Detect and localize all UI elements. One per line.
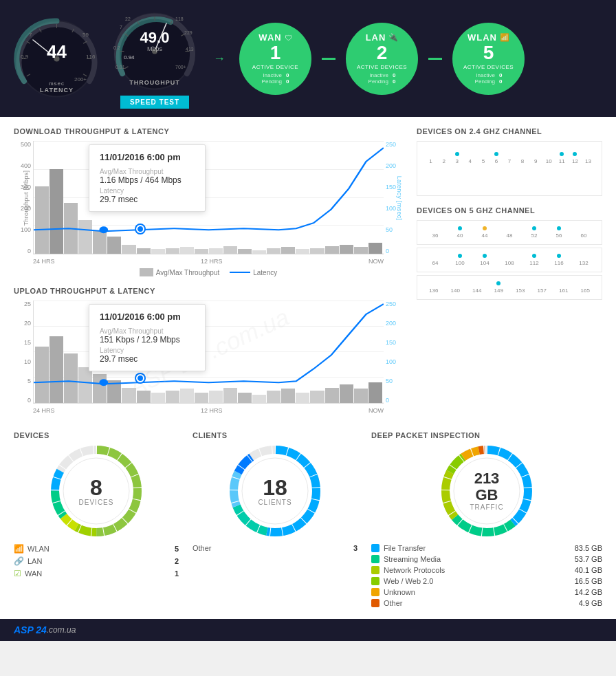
lan-circle: LAN 🔌 2 ACTIVE DEVICES Inactive Pending … bbox=[346, 23, 418, 95]
svg-text:0.01: 0.01 bbox=[116, 65, 125, 69]
wan-inactive-label: Inactive bbox=[262, 72, 282, 78]
speed-test-button[interactable]: SPEED TEST bbox=[120, 96, 189, 109]
svg-text:7: 7 bbox=[29, 32, 32, 38]
devices-label: DEVICES bbox=[79, 499, 114, 506]
download-chart-area: 11/01/2016 6:00 pm Avg/Max Throughput 1.… bbox=[33, 141, 384, 254]
main-content: DOWNLOAD THROUGHPUT & LATENCY 500 400 30… bbox=[0, 117, 616, 619]
download-y-right: 250 200 150 100 50 0 bbox=[384, 141, 403, 254]
wan-circle: WAN 🛡 1 ACTIVE DEVICE Inactive Pending 0… bbox=[239, 23, 311, 95]
lan-stat-name: LAN bbox=[28, 557, 42, 565]
wlan-pending-val: 0 bbox=[499, 78, 502, 85]
download-chart-section: DOWNLOAD THROUGHPUT & LATENCY 500 400 30… bbox=[14, 127, 403, 276]
dpi-label-4: Unknown bbox=[384, 588, 415, 596]
upload-chart-area: ASP 24 .com.ua 11/01/2016 6:00 pm Avg/Ma… bbox=[33, 301, 384, 404]
upload-tooltip-latency-val: 29.7 msec bbox=[100, 354, 195, 364]
wlan-number: 5 bbox=[483, 43, 494, 64]
upload-tooltip-throughput-label: Avg/Max Throughput bbox=[100, 327, 195, 335]
svg-text:22: 22 bbox=[125, 17, 131, 21]
download-chart-wrapper: 500 400 300 200 100 0 bbox=[14, 141, 403, 254]
dpi-item-0: File Transfer 83.5 GB bbox=[371, 543, 602, 554]
wlan-stat-name: WLAN bbox=[28, 545, 50, 553]
clients-count: 18 bbox=[258, 477, 292, 499]
lan-pending-val: 0 bbox=[393, 78, 395, 85]
svg-text:59: 59 bbox=[82, 32, 89, 38]
lan-label: LAN bbox=[366, 32, 386, 43]
channel-5-row2: 64 100 104 108 112 bbox=[417, 248, 602, 272]
download-tooltip-date: 11/01/2016 6:00 pm bbox=[100, 152, 195, 162]
upload-chart-title: UPLOAD THROUGHPUT & LATENCY bbox=[14, 287, 403, 295]
svg-text:0.94: 0.94 bbox=[124, 54, 135, 61]
dpi-traffic-label: TRAFFIC bbox=[463, 504, 511, 512]
dpi-item-2: Network Protocols 40.1 GB bbox=[371, 565, 602, 576]
channels-column: DEVICES ON 2.4 GHZ CHANNEL 1 2 bbox=[417, 127, 602, 414]
clients-title: CLIENTS bbox=[192, 431, 358, 439]
dpi-value-1: 53.7 GB bbox=[575, 555, 602, 563]
svg-text:116: 116 bbox=[86, 54, 96, 60]
dpi-item-3: Web / Web 2.0 16.5 GB bbox=[371, 576, 602, 587]
channel-5-row1: 36 40 44 48 52 bbox=[417, 220, 602, 245]
dpi-item-1: Streaming Media 53.7 GB bbox=[371, 554, 602, 565]
lan-inactive-val: 0 bbox=[393, 72, 395, 78]
wan-number: 1 bbox=[270, 43, 281, 64]
dpi-title: DEEP PACKET INSPECTION bbox=[371, 431, 602, 439]
footer: ASP 24 .com.ua bbox=[0, 619, 616, 641]
upload-chart-wrapper: 25 20 15 10 5 0 bbox=[14, 301, 403, 404]
dpi-section: DEEP PACKET INSPECTION bbox=[371, 431, 602, 609]
wlan-inactive-label: Inactive bbox=[475, 72, 495, 78]
header: 0.9 7 59 116 200+ 44 msec LATENCY bbox=[0, 0, 616, 117]
svg-text:118: 118 bbox=[175, 17, 184, 21]
wlan-stat-val: 5 bbox=[175, 545, 179, 553]
dpi-item-5: Other 4.9 GB bbox=[371, 598, 602, 609]
upload-chart-section: UPLOAD THROUGHPUT & LATENCY 25 20 15 10 … bbox=[14, 287, 403, 414]
dpi-label-5: Other bbox=[384, 599, 403, 607]
wlan-pending-label: Pending bbox=[475, 78, 495, 85]
lan-pending-label: Pending bbox=[368, 78, 388, 85]
upload-x-labels: 24 HRS 12 HRS NOW bbox=[33, 407, 384, 414]
channel-24-section: DEVICES ON 2.4 GHZ CHANNEL 1 2 bbox=[417, 127, 602, 196]
svg-text:0.2: 0.2 bbox=[113, 45, 120, 50]
svg-text:229: 229 bbox=[184, 30, 192, 35]
download-tooltip: 11/01/2016 6:00 pm Avg/Max Throughput 1.… bbox=[89, 144, 206, 212]
legend-throughput: Avg/Max Throughput bbox=[156, 269, 219, 276]
upload-y-left: 25 20 15 10 5 0 bbox=[14, 301, 33, 404]
dpi-traffic: 213 GB bbox=[463, 470, 511, 503]
channel-24-title: DEVICES ON 2.4 GHZ CHANNEL bbox=[417, 127, 602, 135]
lan-network-icon: 🔌 bbox=[388, 33, 398, 42]
dpi-label-2: Network Protocols bbox=[384, 566, 445, 574]
download-x-labels: 24 HRS 12 HRS NOW bbox=[33, 258, 384, 265]
wlan-circle: WLAN 📶 5 ACTIVE DEVICES Inactive Pending… bbox=[452, 23, 525, 95]
latency-value: 44 bbox=[47, 43, 67, 61]
dpi-value-4: 14.2 GB bbox=[575, 588, 602, 596]
dpi-value-0: 83.5 GB bbox=[575, 544, 602, 552]
channel-24-chart: 1 2 3 4 bbox=[417, 141, 602, 196]
wan-label: WAN bbox=[258, 32, 281, 43]
throughput-gauge: 0.2 7 22 118 229 413 700+ 0.01 0.94 49.0… bbox=[110, 8, 199, 94]
connector-arrow: → bbox=[213, 52, 226, 66]
dpi-label-3: Web / Web 2.0 bbox=[384, 577, 433, 585]
latency-gauge: 0.9 7 59 116 200+ 44 msec LATENCY bbox=[14, 16, 100, 102]
wlan-wifi-icon: 📶 bbox=[500, 33, 509, 42]
devices-section: DEVICES bbox=[14, 431, 179, 609]
other-label: Other bbox=[192, 544, 212, 552]
wifi-icon: 📶 bbox=[14, 544, 24, 554]
dpi-value-2: 40.1 GB bbox=[575, 566, 602, 574]
wan-shield-icon: 🛡 bbox=[285, 34, 292, 42]
dpi-donut: 213 GB TRAFFIC bbox=[371, 443, 602, 539]
dpi-value-3: 16.5 GB bbox=[575, 577, 602, 585]
dpi-item-4: Unknown 14.2 GB bbox=[371, 587, 602, 598]
wan-inactive-val: 0 bbox=[286, 72, 289, 78]
channel-5-section: DEVICES ON 5 GHZ CHANNEL 36 40 44 bbox=[417, 206, 602, 300]
upload-tooltip-date: 11/01/2016 6:00 pm bbox=[100, 312, 195, 322]
bottom-row: DEVICES bbox=[14, 431, 602, 609]
clients-other: Other 3 bbox=[192, 543, 358, 554]
svg-text:7: 7 bbox=[120, 25, 122, 30]
wan-icon: ☑ bbox=[14, 569, 21, 578]
download-tooltip-throughput-label: Avg/Max Throughput bbox=[100, 168, 195, 175]
devices-stats: 📶 WLAN 5 🔗 LAN 2 ☑ WAN bbox=[14, 543, 179, 580]
dpi-legend: File Transfer 83.5 GB Streaming Media 53… bbox=[371, 543, 602, 609]
devices-donut: 8 DEVICES bbox=[14, 443, 179, 539]
charts-column: DOWNLOAD THROUGHPUT & LATENCY 500 400 30… bbox=[14, 127, 403, 414]
svg-text:413: 413 bbox=[186, 47, 194, 52]
footer-domain: .com.ua bbox=[47, 625, 76, 635]
wan-subtitle: ACTIVE DEVICE bbox=[252, 64, 298, 70]
